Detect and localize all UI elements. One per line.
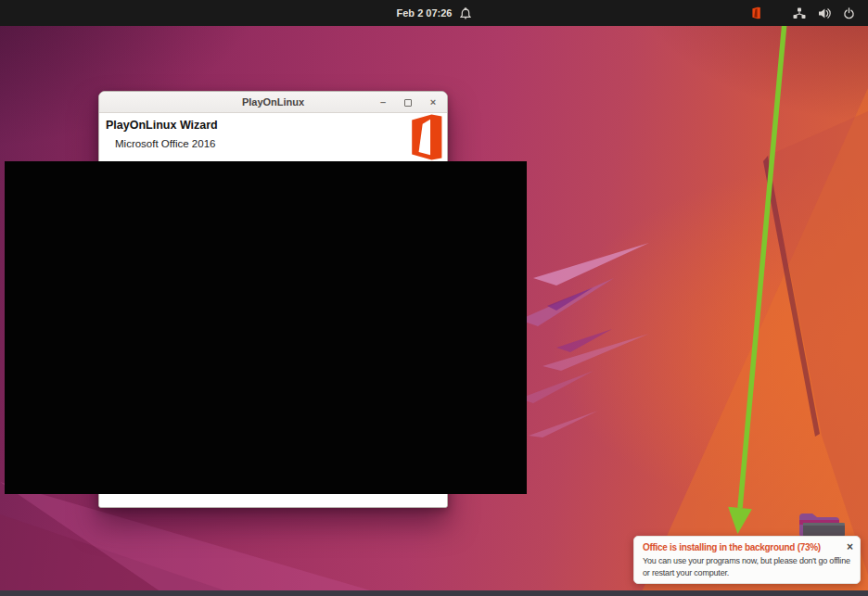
desktop: Feb 2 07:26 xyxy=(0,0,868,596)
maximize-icon xyxy=(404,99,412,107)
minimize-button[interactable]: – xyxy=(377,96,389,109)
redacted-black-region xyxy=(5,161,527,494)
screen-bottom-edge xyxy=(0,590,868,596)
notification-bell-icon xyxy=(460,7,471,19)
notification-popup[interactable]: Office is installing in the background (… xyxy=(633,536,861,584)
office-indicator-icon[interactable] xyxy=(750,6,761,19)
wizard-heading: PlayOnLinux Wizard xyxy=(106,119,218,132)
close-button[interactable]: × xyxy=(427,96,440,109)
clock-menu[interactable]: Feb 2 07:26 xyxy=(389,6,479,21)
network-icon[interactable] xyxy=(793,7,806,19)
window-titlebar[interactable]: PlayOnLinux – × xyxy=(99,92,447,113)
top-bar: Feb 2 07:26 xyxy=(0,0,868,26)
notification-close-icon[interactable]: × xyxy=(847,540,853,553)
clock-label: Feb 2 07:26 xyxy=(397,7,453,19)
office-logo xyxy=(403,113,446,161)
system-tray xyxy=(750,0,855,26)
window-title: PlayOnLinux xyxy=(242,96,304,108)
power-icon[interactable] xyxy=(843,7,855,19)
notification-title: Office is installing in the background (… xyxy=(643,542,833,552)
window-controls: – × xyxy=(377,92,440,113)
volume-icon[interactable] xyxy=(818,7,831,19)
maximize-button[interactable] xyxy=(402,96,415,109)
folder-icon[interactable] xyxy=(796,510,848,538)
wizard-subheading: Microsoft Office 2016 xyxy=(115,138,215,149)
notification-body: You can use your programs now, but pleas… xyxy=(643,555,854,579)
